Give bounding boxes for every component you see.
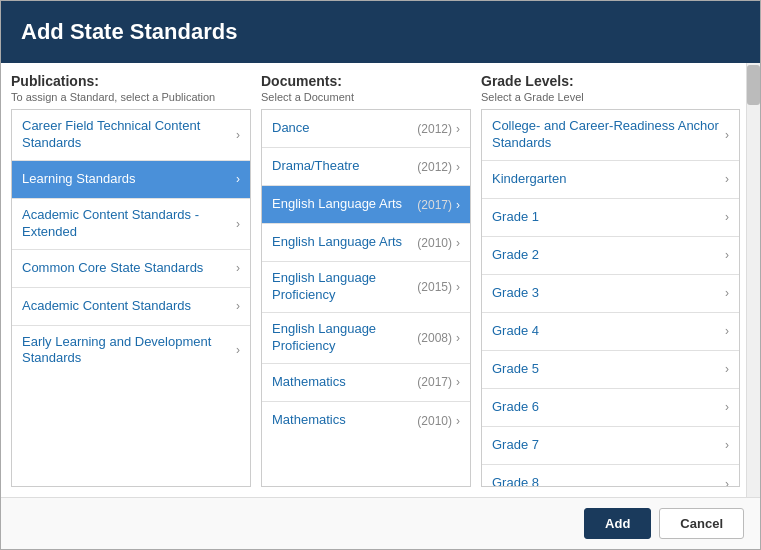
list-item[interactable]: Career Field Technical Content Standards… xyxy=(12,110,250,161)
item-text: English Language Proficiency xyxy=(272,321,417,355)
item-text: English Language Proficiency xyxy=(272,270,417,304)
item-text: Grade 3 xyxy=(492,285,725,302)
modal-add-state-standards: Add State Standards Publications: To ass… xyxy=(0,0,761,550)
list-item[interactable]: Grade 1› xyxy=(482,199,739,237)
grades-sublabel: Select a Grade Level xyxy=(481,91,740,103)
item-year: (2012) xyxy=(417,160,452,174)
item-text: Grade 8 xyxy=(492,475,725,487)
documents-label: Documents: xyxy=(261,73,471,89)
item-year: (2012) xyxy=(417,122,452,136)
list-item[interactable]: Mathematics(2017)› xyxy=(262,364,470,402)
chevron-right-icon: › xyxy=(725,172,729,186)
item-text: Dance xyxy=(272,120,417,137)
chevron-right-icon: › xyxy=(456,331,460,345)
columns-container: Publications: To assign a Standard, sele… xyxy=(1,63,760,497)
grades-list: College- and Career-Readiness Anchor Sta… xyxy=(481,109,740,487)
chevron-right-icon: › xyxy=(725,128,729,142)
add-button[interactable]: Add xyxy=(584,508,651,539)
item-text: English Language Arts xyxy=(272,196,417,213)
chevron-right-icon: › xyxy=(456,236,460,250)
item-text: Grade 4 xyxy=(492,323,725,340)
chevron-right-icon: › xyxy=(725,324,729,338)
item-text: English Language Arts xyxy=(272,234,417,251)
publications-list: Career Field Technical Content Standards… xyxy=(11,109,251,487)
chevron-right-icon: › xyxy=(236,261,240,275)
chevron-right-icon: › xyxy=(236,299,240,313)
item-year: (2015) xyxy=(417,280,452,294)
chevron-right-icon: › xyxy=(725,362,729,376)
scrollbar-thumb[interactable] xyxy=(747,65,760,105)
chevron-right-icon: › xyxy=(236,172,240,186)
chevron-right-icon: › xyxy=(456,198,460,212)
modal-title: Add State Standards xyxy=(21,19,237,44)
item-text: Learning Standards xyxy=(22,171,236,188)
list-item[interactable]: Grade 6› xyxy=(482,389,739,427)
list-item[interactable]: Grade 3› xyxy=(482,275,739,313)
chevron-right-icon: › xyxy=(456,375,460,389)
list-item[interactable]: Grade 7› xyxy=(482,427,739,465)
chevron-right-icon: › xyxy=(725,210,729,224)
list-item[interactable]: English Language Proficiency(2015)› xyxy=(262,262,470,313)
list-item[interactable]: English Language Arts(2010)› xyxy=(262,224,470,262)
item-text: Common Core State Standards xyxy=(22,260,236,277)
modal-body: Publications: To assign a Standard, sele… xyxy=(1,63,760,497)
publications-sublabel: To assign a Standard, select a Publicati… xyxy=(11,91,251,103)
documents-sublabel: Select a Document xyxy=(261,91,471,103)
publications-column: Publications: To assign a Standard, sele… xyxy=(11,73,251,487)
list-item[interactable]: Common Core State Standards› xyxy=(12,250,250,288)
item-text: Drama/Theatre xyxy=(272,158,417,175)
chevron-right-icon: › xyxy=(456,280,460,294)
item-text: Grade 2 xyxy=(492,247,725,264)
grades-label: Grade Levels: xyxy=(481,73,740,89)
item-text: Kindergarten xyxy=(492,171,725,188)
item-year: (2017) xyxy=(417,375,452,389)
list-item[interactable]: Grade 4› xyxy=(482,313,739,351)
item-year: (2010) xyxy=(417,414,452,428)
item-text: Mathematics xyxy=(272,412,417,429)
list-item[interactable]: Early Learning and Development Standards… xyxy=(12,326,250,376)
publications-label: Publications: xyxy=(11,73,251,89)
scrollbar-track[interactable] xyxy=(746,63,760,497)
cancel-button[interactable]: Cancel xyxy=(659,508,744,539)
chevron-right-icon: › xyxy=(725,400,729,414)
list-item[interactable]: Grade 8› xyxy=(482,465,739,487)
chevron-right-icon: › xyxy=(456,160,460,174)
chevron-right-icon: › xyxy=(456,414,460,428)
chevron-right-icon: › xyxy=(236,217,240,231)
list-item[interactable]: Mathematics(2010)› xyxy=(262,402,470,440)
chevron-right-icon: › xyxy=(725,477,729,487)
item-text: College- and Career-Readiness Anchor Sta… xyxy=(492,118,725,152)
list-item[interactable]: Drama/Theatre(2012)› xyxy=(262,148,470,186)
item-text: Mathematics xyxy=(272,374,417,391)
modal-header: Add State Standards xyxy=(1,1,760,63)
item-year: (2017) xyxy=(417,198,452,212)
list-item[interactable]: English Language Arts(2017)› xyxy=(262,186,470,224)
item-text: Academic Content Standards - Extended xyxy=(22,207,236,241)
list-item[interactable]: College- and Career-Readiness Anchor Sta… xyxy=(482,110,739,161)
list-item[interactable]: Academic Content Standards› xyxy=(12,288,250,326)
grades-column: Grade Levels: Select a Grade Level Colle… xyxy=(481,73,740,487)
item-year: (2010) xyxy=(417,236,452,250)
item-text: Grade 6 xyxy=(492,399,725,416)
list-item[interactable]: Kindergarten› xyxy=(482,161,739,199)
list-item[interactable]: Grade 5› xyxy=(482,351,739,389)
list-item[interactable]: Dance(2012)› xyxy=(262,110,470,148)
list-item[interactable]: Academic Content Standards - Extended› xyxy=(12,199,250,250)
chevron-right-icon: › xyxy=(236,128,240,142)
documents-column: Documents: Select a Document Dance(2012)… xyxy=(261,73,471,487)
item-text: Early Learning and Development Standards xyxy=(22,334,236,368)
item-text: Grade 5 xyxy=(492,361,725,378)
chevron-right-icon: › xyxy=(725,248,729,262)
item-text: Grade 7 xyxy=(492,437,725,454)
item-text: Career Field Technical Content Standards xyxy=(22,118,236,152)
documents-list: Dance(2012)›Drama/Theatre(2012)›English … xyxy=(261,109,471,487)
chevron-right-icon: › xyxy=(236,343,240,357)
modal-footer: Add Cancel xyxy=(1,497,760,549)
chevron-right-icon: › xyxy=(725,438,729,452)
list-item[interactable]: Grade 2› xyxy=(482,237,739,275)
item-text: Academic Content Standards xyxy=(22,298,236,315)
item-year: (2008) xyxy=(417,331,452,345)
list-item[interactable]: Learning Standards› xyxy=(12,161,250,199)
list-item[interactable]: English Language Proficiency(2008)› xyxy=(262,313,470,364)
chevron-right-icon: › xyxy=(456,122,460,136)
